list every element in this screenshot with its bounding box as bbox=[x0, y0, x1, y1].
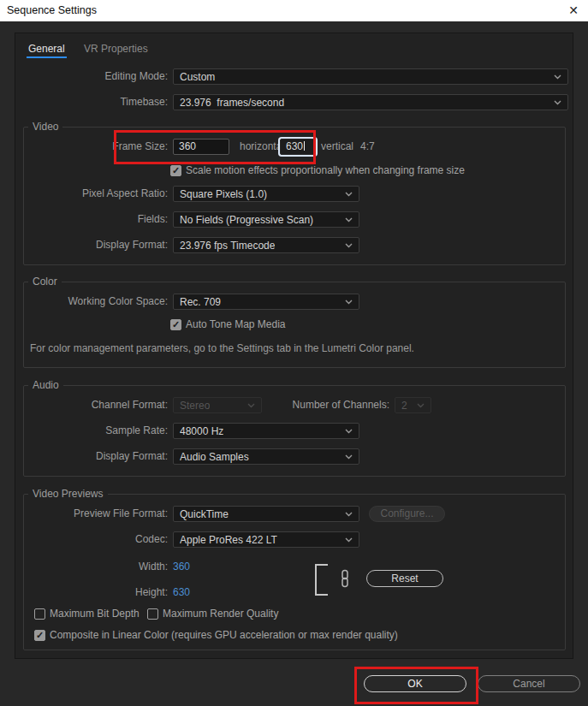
height-value[interactable]: 630 bbox=[173, 584, 190, 601]
vertical-label: vertical bbox=[321, 139, 353, 155]
frame-size-horizontal-input[interactable]: 360 bbox=[173, 139, 229, 155]
video-display-format-dropdown[interactable]: 23.976 fps Timecode bbox=[173, 237, 359, 253]
link-icon[interactable] bbox=[340, 569, 350, 588]
channel-format-dropdown: Stereo bbox=[173, 397, 262, 413]
horizontal-label: horizontal bbox=[240, 139, 284, 155]
chevron-down-icon bbox=[345, 192, 353, 197]
video-previews-group-legend: Video Previews bbox=[28, 488, 108, 500]
preview-file-format-label: Preview File Format: bbox=[0, 506, 168, 522]
configure-button: Configure... bbox=[369, 506, 445, 522]
editing-mode-dropdown[interactable]: Custom bbox=[173, 68, 568, 85]
audio-display-format-label: Display Format: bbox=[0, 448, 168, 465]
window-title: Sequence Settings bbox=[7, 0, 97, 21]
chevron-down-icon bbox=[345, 512, 353, 517]
scale-motion-label: Scale motion effects proportionally when… bbox=[186, 164, 465, 177]
width-label: Width: bbox=[0, 559, 168, 575]
tab-vr-properties[interactable]: VR Properties bbox=[84, 42, 148, 56]
chevron-down-icon bbox=[345, 217, 353, 222]
video-display-format-label: Display Format: bbox=[0, 237, 168, 253]
fields-label: Fields: bbox=[0, 211, 168, 228]
composite-linear-checkbox[interactable]: ✓ bbox=[34, 630, 45, 641]
composite-linear-label: Composite in Linear Color (requires GPU … bbox=[50, 629, 398, 642]
sample-rate-label: Sample Rate: bbox=[0, 423, 168, 439]
chevron-down-icon bbox=[345, 300, 353, 305]
check-icon: ✓ bbox=[172, 320, 180, 329]
pixel-aspect-ratio-label: Pixel Aspect Ratio: bbox=[0, 186, 168, 202]
timebase-label: Timebase: bbox=[0, 94, 168, 110]
chevron-down-icon bbox=[345, 454, 353, 460]
chevron-down-icon bbox=[554, 74, 561, 80]
audio-display-format-dropdown[interactable]: Audio Samples bbox=[173, 448, 359, 465]
maximum-bit-depth-label: Maximum Bit Depth bbox=[50, 608, 140, 620]
ok-button[interactable]: OK bbox=[364, 675, 466, 692]
codec-dropdown[interactable]: Apple ProRes 422 LT bbox=[173, 531, 359, 548]
check-icon: ✓ bbox=[36, 631, 44, 640]
color-group-legend: Color bbox=[28, 276, 62, 288]
chevron-down-icon bbox=[417, 403, 425, 408]
width-height-bracket bbox=[315, 564, 328, 596]
preview-file-format-dropdown[interactable]: QuickTime bbox=[173, 506, 359, 522]
chevron-down-icon bbox=[345, 243, 353, 248]
channel-format-label: Channel Format: bbox=[0, 397, 168, 413]
audio-group-legend: Audio bbox=[28, 379, 63, 391]
chevron-down-icon bbox=[345, 537, 353, 543]
working-color-space-label: Working Color Space: bbox=[0, 294, 168, 310]
timebase-dropdown[interactable]: 23.976 frames/second bbox=[173, 94, 568, 110]
maximum-render-quality-checkbox[interactable]: ✓ bbox=[147, 608, 158, 620]
close-icon[interactable]: ✕ bbox=[565, 0, 582, 21]
tab-general[interactable]: General bbox=[28, 42, 65, 56]
maximum-bit-depth-checkbox[interactable]: ✓ bbox=[34, 608, 45, 620]
auto-tone-map-checkbox[interactable]: ✓ bbox=[170, 319, 181, 330]
cancel-button[interactable]: Cancel bbox=[478, 675, 580, 692]
frame-size-vertical-input[interactable]: 630 bbox=[280, 139, 316, 155]
chevron-down-icon bbox=[345, 429, 353, 434]
pixel-aspect-ratio-dropdown[interactable]: Square Pixels (1.0) bbox=[173, 186, 359, 202]
aspect-ratio-value: 4:7 bbox=[360, 139, 375, 155]
reset-button[interactable]: Reset bbox=[366, 570, 443, 587]
check-icon: ✓ bbox=[172, 166, 180, 175]
number-of-channels-dropdown: 2 bbox=[395, 397, 431, 413]
window-titlebar: Sequence Settings ✕ bbox=[0, 0, 588, 21]
working-color-space-dropdown[interactable]: Rec. 709 bbox=[173, 294, 359, 310]
codec-label: Codec: bbox=[0, 531, 168, 548]
fields-dropdown[interactable]: No Fields (Progressive Scan) bbox=[173, 211, 359, 228]
text-caret bbox=[304, 141, 305, 151]
chevron-down-icon bbox=[554, 100, 561, 105]
active-tab-underline bbox=[27, 56, 67, 58]
maximum-render-quality-label: Maximum Render Quality bbox=[163, 608, 278, 620]
width-value[interactable]: 360 bbox=[173, 559, 190, 575]
height-label: Height: bbox=[0, 584, 168, 601]
video-group-legend: Video bbox=[28, 121, 62, 133]
chevron-down-icon bbox=[247, 403, 255, 408]
sample-rate-dropdown[interactable]: 48000 Hz bbox=[173, 423, 359, 439]
color-management-note: For color management parameters, go to t… bbox=[30, 342, 414, 355]
frame-size-label: Frame Size: bbox=[0, 139, 168, 155]
scale-motion-checkbox[interactable]: ✓ bbox=[170, 165, 181, 176]
number-of-channels-label: Number of Channels: bbox=[257, 397, 389, 413]
auto-tone-map-label: Auto Tone Map Media bbox=[186, 318, 286, 331]
editing-mode-label: Editing Mode: bbox=[0, 68, 168, 85]
